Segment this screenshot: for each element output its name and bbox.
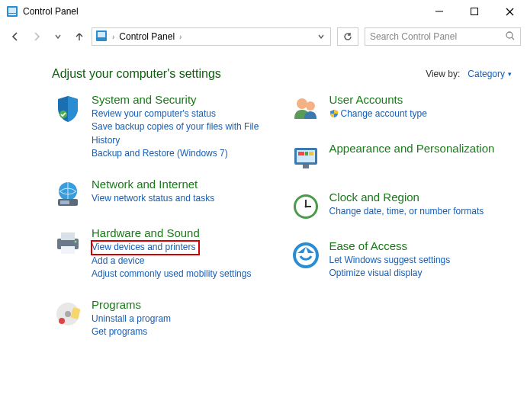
category-user-accounts: User Accounts Change account type <box>290 93 513 125</box>
link-network-status[interactable]: View network status and tasks <box>92 192 275 205</box>
address-dropdown[interactable] <box>313 29 329 44</box>
svg-point-22 <box>59 318 65 324</box>
svg-rect-28 <box>305 152 308 155</box>
svg-rect-16 <box>61 232 75 240</box>
back-button[interactable] <box>6 27 24 46</box>
link-review-status[interactable]: Review your computer's status <box>92 107 275 120</box>
search-icon <box>505 30 516 43</box>
category-programs: Programs Uninstall a program Get program… <box>52 298 275 339</box>
view-by: View by: Category <box>426 69 512 79</box>
category-appearance: Appearance and Personalization <box>290 142 513 174</box>
control-panel-icon <box>6 5 18 18</box>
recent-locations-dropdown[interactable] <box>49 27 67 46</box>
svg-point-9 <box>506 32 513 38</box>
right-column: User Accounts Change account type Appear… <box>290 93 513 339</box>
categories-grid: System and Security Review your computer… <box>0 84 527 339</box>
category-title[interactable]: User Accounts <box>329 93 513 106</box>
programs-icon <box>52 298 84 330</box>
breadcrumb-root[interactable]: Control Panel <box>119 31 175 42</box>
refresh-button[interactable] <box>337 27 358 46</box>
category-title[interactable]: Clock and Region <box>329 191 513 204</box>
category-ease-of-access: Ease of Access Let Windows suggest setti… <box>290 239 513 281</box>
page-title: Adjust your computer's settings <box>52 67 426 81</box>
svg-rect-27 <box>298 152 304 155</box>
link-suggest-settings[interactable]: Let Windows suggest settings <box>329 254 513 267</box>
link-mobility-settings[interactable]: Adjust commonly used mobility settings <box>92 268 275 281</box>
minimize-button[interactable] <box>422 0 457 23</box>
maximize-button[interactable] <box>457 0 492 23</box>
svg-line-10 <box>512 37 514 40</box>
category-title[interactable]: Network and Internet <box>92 178 275 191</box>
chevron-right-icon: › <box>112 33 114 41</box>
printer-icon <box>52 226 84 258</box>
category-title[interactable]: Appearance and Personalization <box>329 142 513 155</box>
globe-icon <box>52 178 84 210</box>
content-header: Adjust your computer's settings View by:… <box>0 50 527 84</box>
view-by-label: View by: <box>426 69 460 79</box>
svg-rect-29 <box>309 152 313 155</box>
link-backup-restore[interactable]: Backup and Restore (Windows 7) <box>92 147 275 160</box>
category-title[interactable]: Ease of Access <box>329 239 513 252</box>
link-change-account-type[interactable]: Change account type <box>329 107 513 122</box>
svg-point-23 <box>297 98 307 109</box>
category-system-security: System and Security Review your computer… <box>52 93 275 161</box>
uac-shield-icon <box>329 109 339 122</box>
svg-point-35 <box>304 206 307 208</box>
search-box[interactable] <box>365 27 521 46</box>
link-add-device[interactable]: Add a device <box>92 255 275 268</box>
svg-point-37 <box>296 245 316 265</box>
ease-of-access-icon <box>290 239 322 271</box>
svg-point-20 <box>65 311 71 317</box>
link-get-programs[interactable]: Get programs <box>92 325 275 338</box>
view-by-dropdown[interactable]: Category <box>468 69 512 79</box>
chevron-right-icon: › <box>179 33 182 41</box>
link-date-time-formats[interactable]: Change date, time, or number formats <box>329 205 513 218</box>
svg-rect-8 <box>98 32 105 37</box>
svg-rect-4 <box>471 8 478 15</box>
nav-toolbar: › Control Panel › <box>0 23 527 50</box>
category-title[interactable]: Hardware and Sound <box>92 226 275 239</box>
category-title[interactable]: Programs <box>92 298 275 311</box>
address-icon <box>95 30 108 44</box>
users-icon <box>290 93 322 125</box>
category-title[interactable]: System and Security <box>92 93 275 106</box>
link-uninstall[interactable]: Uninstall a program <box>92 313 275 325</box>
window-title: Control Panel <box>23 6 79 17</box>
clock-icon <box>290 191 322 223</box>
svg-point-24 <box>306 101 315 111</box>
link-view-devices[interactable]: View devices and printers <box>92 241 196 254</box>
monitor-icon <box>290 142 322 174</box>
shield-icon <box>52 93 84 125</box>
address-bar[interactable]: › Control Panel › <box>92 27 331 46</box>
highlighted-link: View devices and printers <box>92 241 199 255</box>
link-file-history[interactable]: Save backup copies of your files with Fi… <box>92 120 275 147</box>
title-bar: Control Panel <box>0 0 527 23</box>
svg-rect-17 <box>61 246 75 254</box>
left-column: System and Security Review your computer… <box>52 93 275 339</box>
category-clock: Clock and Region Change date, time, or n… <box>290 191 513 223</box>
svg-rect-30 <box>303 165 309 168</box>
svg-rect-14 <box>60 200 69 204</box>
close-button[interactable] <box>492 0 527 23</box>
forward-button[interactable] <box>27 27 46 46</box>
category-network: Network and Internet View network status… <box>52 178 275 210</box>
svg-rect-1 <box>8 8 16 13</box>
svg-point-18 <box>75 240 77 242</box>
link-optimize-display[interactable]: Optimize visual display <box>329 267 513 280</box>
search-input[interactable] <box>370 31 505 42</box>
svg-rect-2 <box>8 14 16 15</box>
up-button[interactable] <box>70 27 88 46</box>
category-hardware: Hardware and Sound View devices and prin… <box>52 226 275 281</box>
